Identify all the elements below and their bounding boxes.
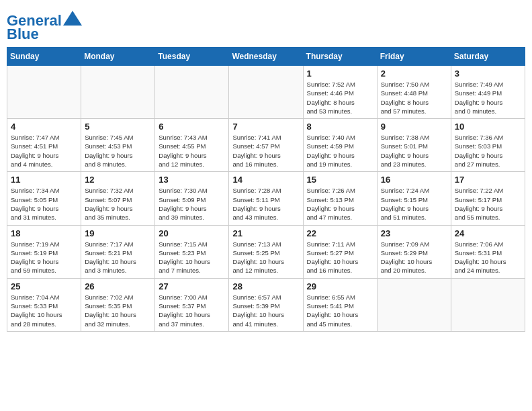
calendar-cell: 16Sunrise: 7:24 AM Sunset: 5:15 PM Dayli… — [377, 172, 451, 225]
calendar-cell: 2Sunrise: 7:50 AM Sunset: 4:48 PM Daylig… — [377, 66, 451, 119]
calendar-cell: 23Sunrise: 7:09 AM Sunset: 5:29 PM Dayli… — [377, 225, 451, 278]
calendar-week-row: 11Sunrise: 7:34 AM Sunset: 5:05 PM Dayli… — [7, 172, 525, 225]
day-number: 3 — [455, 68, 521, 79]
day-info: Sunrise: 6:55 AM Sunset: 5:41 PM Dayligh… — [307, 293, 373, 328]
day-number: 23 — [381, 228, 447, 238]
day-info: Sunrise: 6:57 AM Sunset: 5:39 PM Dayligh… — [232, 293, 299, 328]
day-info: Sunrise: 7:04 AM Sunset: 5:33 PM Dayligh… — [11, 293, 77, 328]
day-info: Sunrise: 7:11 AM Sunset: 5:27 PM Dayligh… — [307, 240, 373, 275]
day-number: 2 — [381, 68, 447, 79]
day-info: Sunrise: 7:06 AM Sunset: 5:31 PM Dayligh… — [455, 240, 521, 275]
day-number: 28 — [232, 281, 299, 291]
calendar-cell: 24Sunrise: 7:06 AM Sunset: 5:31 PM Dayli… — [451, 225, 525, 278]
day-number: 17 — [455, 175, 521, 185]
calendar-cell: 12Sunrise: 7:32 AM Sunset: 5:07 PM Dayli… — [81, 172, 155, 225]
weekday-header: Friday — [377, 48, 451, 66]
calendar-cell — [155, 66, 229, 119]
calendar-cell: 3Sunrise: 7:49 AM Sunset: 4:49 PM Daylig… — [451, 66, 525, 119]
day-info: Sunrise: 7:30 AM Sunset: 5:09 PM Dayligh… — [159, 186, 225, 222]
weekday-header: Tuesday — [155, 48, 229, 66]
day-info: Sunrise: 7:41 AM Sunset: 4:57 PM Dayligh… — [232, 133, 299, 169]
day-info: Sunrise: 7:34 AM Sunset: 5:05 PM Dayligh… — [11, 186, 77, 222]
day-number: 1 — [307, 68, 373, 79]
calendar-cell: 7Sunrise: 7:41 AM Sunset: 4:57 PM Daylig… — [229, 119, 303, 172]
day-info: Sunrise: 7:49 AM Sunset: 4:49 PM Dayligh… — [455, 80, 521, 116]
calendar-cell: 9Sunrise: 7:38 AM Sunset: 5:01 PM Daylig… — [377, 119, 451, 172]
day-number: 22 — [307, 228, 373, 238]
calendar-cell: 28Sunrise: 6:57 AM Sunset: 5:39 PM Dayli… — [229, 278, 303, 331]
day-info: Sunrise: 7:36 AM Sunset: 5:03 PM Dayligh… — [455, 133, 521, 169]
day-info: Sunrise: 7:43 AM Sunset: 4:55 PM Dayligh… — [159, 133, 225, 169]
calendar-cell: 19Sunrise: 7:17 AM Sunset: 5:21 PM Dayli… — [81, 225, 155, 278]
day-info: Sunrise: 7:00 AM Sunset: 5:37 PM Dayligh… — [159, 293, 225, 328]
day-info: Sunrise: 7:47 AM Sunset: 4:51 PM Dayligh… — [11, 133, 77, 169]
day-info: Sunrise: 7:22 AM Sunset: 5:17 PM Dayligh… — [455, 186, 521, 222]
calendar-cell: 15Sunrise: 7:26 AM Sunset: 5:13 PM Dayli… — [303, 172, 377, 225]
day-number: 15 — [307, 175, 373, 185]
calendar-cell: 27Sunrise: 7:00 AM Sunset: 5:37 PM Dayli… — [155, 278, 229, 331]
day-number: 14 — [232, 175, 299, 185]
day-info: Sunrise: 7:26 AM Sunset: 5:13 PM Dayligh… — [307, 186, 373, 222]
weekday-header: Wednesday — [229, 48, 303, 66]
calendar-cell: 21Sunrise: 7:13 AM Sunset: 5:25 PM Dayli… — [229, 225, 303, 278]
calendar-cell: 17Sunrise: 7:22 AM Sunset: 5:17 PM Dayli… — [451, 172, 525, 225]
day-info: Sunrise: 7:09 AM Sunset: 5:29 PM Dayligh… — [381, 240, 447, 275]
weekday-header: Monday — [81, 48, 155, 66]
day-number: 20 — [159, 228, 225, 238]
calendar-cell: 20Sunrise: 7:15 AM Sunset: 5:23 PM Dayli… — [155, 225, 229, 278]
day-info: Sunrise: 7:19 AM Sunset: 5:19 PM Dayligh… — [11, 240, 77, 275]
calendar-cell: 18Sunrise: 7:19 AM Sunset: 5:19 PM Dayli… — [7, 225, 81, 278]
day-info: Sunrise: 7:24 AM Sunset: 5:15 PM Dayligh… — [381, 186, 447, 222]
calendar-cell: 22Sunrise: 7:11 AM Sunset: 5:27 PM Dayli… — [303, 225, 377, 278]
day-number: 29 — [307, 281, 373, 291]
day-info: Sunrise: 7:17 AM Sunset: 5:21 PM Dayligh… — [85, 240, 151, 275]
day-number: 10 — [455, 122, 521, 132]
day-number: 9 — [381, 122, 447, 132]
day-number: 6 — [159, 122, 225, 132]
logo: General Blue — [7, 12, 82, 43]
calendar-cell: 13Sunrise: 7:30 AM Sunset: 5:09 PM Dayli… — [155, 172, 229, 225]
calendar-cell — [7, 66, 81, 119]
calendar-cell — [81, 66, 155, 119]
day-number: 16 — [381, 175, 447, 185]
day-number: 18 — [11, 228, 77, 238]
header: General Blue — [7, 7, 525, 43]
day-info: Sunrise: 7:28 AM Sunset: 5:11 PM Dayligh… — [232, 186, 299, 222]
day-number: 26 — [85, 281, 151, 291]
day-info: Sunrise: 7:13 AM Sunset: 5:25 PM Dayligh… — [232, 240, 299, 275]
day-info: Sunrise: 7:38 AM Sunset: 5:01 PM Dayligh… — [381, 133, 447, 169]
day-info: Sunrise: 7:52 AM Sunset: 4:46 PM Dayligh… — [307, 80, 373, 116]
day-info: Sunrise: 7:45 AM Sunset: 4:53 PM Dayligh… — [85, 133, 151, 169]
calendar-cell: 26Sunrise: 7:02 AM Sunset: 5:35 PM Dayli… — [81, 278, 155, 331]
day-number: 11 — [11, 175, 77, 185]
calendar-cell: 11Sunrise: 7:34 AM Sunset: 5:05 PM Dayli… — [7, 172, 81, 225]
calendar-cell: 8Sunrise: 7:40 AM Sunset: 4:59 PM Daylig… — [303, 119, 377, 172]
calendar-week-row: 1Sunrise: 7:52 AM Sunset: 4:46 PM Daylig… — [7, 66, 525, 119]
calendar-cell: 5Sunrise: 7:45 AM Sunset: 4:53 PM Daylig… — [81, 119, 155, 172]
day-info: Sunrise: 7:15 AM Sunset: 5:23 PM Dayligh… — [159, 240, 225, 275]
logo-blue: Blue — [7, 26, 39, 43]
calendar-week-row: 4Sunrise: 7:47 AM Sunset: 4:51 PM Daylig… — [7, 119, 525, 172]
day-number: 4 — [11, 122, 77, 132]
calendar-cell — [229, 66, 303, 119]
calendar-cell: 14Sunrise: 7:28 AM Sunset: 5:11 PM Dayli… — [229, 172, 303, 225]
day-info: Sunrise: 7:50 AM Sunset: 4:48 PM Dayligh… — [381, 80, 447, 116]
day-number: 27 — [159, 281, 225, 291]
day-info: Sunrise: 7:32 AM Sunset: 5:07 PM Dayligh… — [85, 186, 151, 222]
calendar-cell — [377, 278, 451, 331]
calendar-week-row: 25Sunrise: 7:04 AM Sunset: 5:33 PM Dayli… — [7, 278, 525, 331]
day-number: 24 — [455, 228, 521, 238]
calendar-cell: 10Sunrise: 7:36 AM Sunset: 5:03 PM Dayli… — [451, 119, 525, 172]
day-number: 21 — [232, 228, 299, 238]
day-number: 8 — [307, 122, 373, 132]
calendar-cell: 25Sunrise: 7:04 AM Sunset: 5:33 PM Dayli… — [7, 278, 81, 331]
day-number: 5 — [85, 122, 151, 132]
day-info: Sunrise: 7:02 AM Sunset: 5:35 PM Dayligh… — [85, 293, 151, 328]
calendar-cell — [451, 278, 525, 331]
weekday-header: Sunday — [7, 48, 81, 66]
calendar-cell: 29Sunrise: 6:55 AM Sunset: 5:41 PM Dayli… — [303, 278, 377, 331]
svg-marker-0 — [63, 11, 82, 26]
weekday-header: Thursday — [303, 48, 377, 66]
calendar-header-row: SundayMondayTuesdayWednesdayThursdayFrid… — [7, 48, 525, 66]
day-number: 7 — [232, 122, 299, 132]
